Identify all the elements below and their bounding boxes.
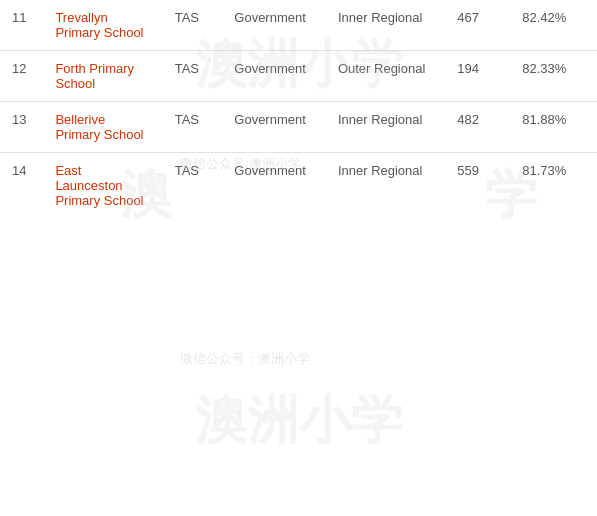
enrolment-cell: 467 [445,0,510,51]
table-row: 12 Forth Primary School TAS Government O… [0,51,597,102]
sector-cell: Government [222,102,326,153]
location-cell: Outer Regional [326,51,445,102]
score-cell: 81.88% [510,102,597,153]
sector-cell: Government [222,0,326,51]
table-row: 11 Trevallyn Primary School TAS Governme… [0,0,597,51]
score-cell: 82.33% [510,51,597,102]
rank-cell: 11 [0,0,43,51]
school-name-cell: East Launceston Primary School [43,153,162,219]
schools-table: 11 Trevallyn Primary School TAS Governme… [0,0,597,218]
watermark-cn-4: 澳洲小学 [195,386,403,456]
rank-cell: 13 [0,102,43,153]
school-name-cell: Bellerive Primary School [43,102,162,153]
rank-cell: 12 [0,51,43,102]
location-cell: Inner Regional [326,0,445,51]
state-cell: TAS [163,0,223,51]
sector-cell: Government [222,153,326,219]
table-row: 14 East Launceston Primary School TAS Go… [0,153,597,219]
enrolment-cell: 559 [445,153,510,219]
state-cell: TAS [163,102,223,153]
sector-cell: Government [222,51,326,102]
school-name-cell: Forth Primary School [43,51,162,102]
watermark-text-2: 微信公众号：澳洲小学 [180,350,310,368]
state-cell: TAS [163,153,223,219]
rank-cell: 14 [0,153,43,219]
enrolment-cell: 194 [445,51,510,102]
school-name-cell: Trevallyn Primary School [43,0,162,51]
table-row: 13 Bellerive Primary School TAS Governme… [0,102,597,153]
enrolment-cell: 482 [445,102,510,153]
score-cell: 81.73% [510,153,597,219]
location-cell: Inner Regional [326,102,445,153]
score-cell: 82.42% [510,0,597,51]
state-cell: TAS [163,51,223,102]
location-cell: Inner Regional [326,153,445,219]
